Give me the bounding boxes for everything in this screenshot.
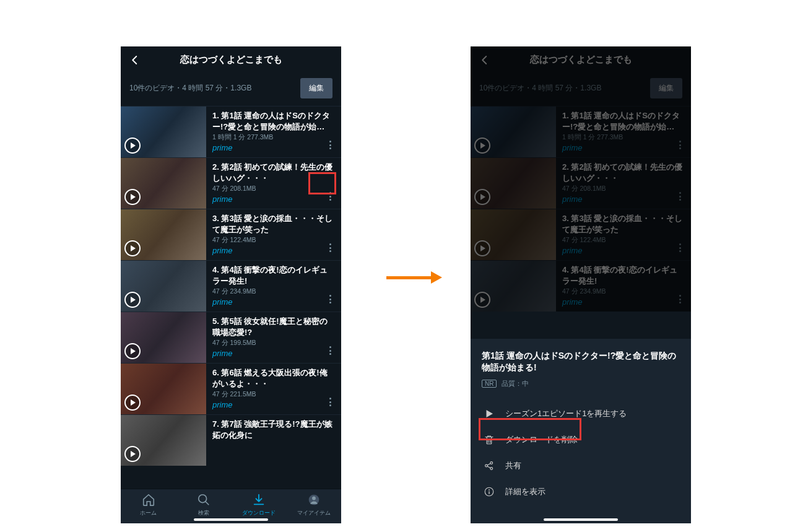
episode-thumbnail[interactable] xyxy=(471,158,556,209)
chevron-left-icon xyxy=(479,55,490,66)
episode-row[interactable]: 3. 第3話 愛と涙の採血・・・そして魔王が笑った47 分 122.4MBpri… xyxy=(471,209,691,260)
sheet-action-details[interactable]: 詳細を表示 xyxy=(482,479,680,505)
edit-button[interactable]: 編集 xyxy=(650,78,682,98)
more-button[interactable] xyxy=(672,189,687,204)
home-indicator[interactable] xyxy=(194,518,268,521)
prime-badge: prime xyxy=(562,297,685,307)
episode-thumbnail[interactable] xyxy=(121,158,206,209)
play-overlay-icon[interactable] xyxy=(474,292,490,308)
svg-point-4 xyxy=(485,464,488,467)
episode-list: 1. 第1話 運命の人はドSのドクター!?愛と命と冒険の物語が始…1 時間 1 … xyxy=(121,106,341,489)
more-vertical-icon xyxy=(329,243,331,252)
page-title: 恋はつづくよどこまでも xyxy=(494,54,667,66)
episode-row[interactable]: 5. 第5話 彼女就任!魔王と秘密の職場恋愛!?47 分 199.5MBprim… xyxy=(121,312,341,363)
nav-myitems[interactable]: マイアイテム xyxy=(286,493,341,517)
svg-point-3 xyxy=(312,497,316,500)
play-overlay-icon[interactable] xyxy=(474,137,490,154)
episode-title: 7. 第7話 強敵王子現る!?魔王が嫉妬の化身に xyxy=(212,419,335,440)
episode-thumbnail[interactable] xyxy=(471,261,556,312)
episode-title: 4. 第4話 衝撃の夜!恋のイレギュラー発生! xyxy=(562,264,685,286)
episode-title: 3. 第3話 愛と涙の採血・・・そして魔王が笑った xyxy=(212,213,335,235)
episode-meta: 47 分 208.1MB xyxy=(212,185,335,193)
episode-meta: 47 分 234.9MB xyxy=(562,287,685,296)
more-button[interactable] xyxy=(323,343,337,358)
more-button[interactable] xyxy=(323,137,337,152)
episode-row[interactable]: 1. 第1話 運命の人はドSのドクター!?愛と命と冒険の物語が始…1 時間 1 … xyxy=(121,106,341,157)
more-vertical-icon xyxy=(329,398,331,406)
trash-icon xyxy=(483,434,495,445)
sheet-action-play[interactable]: シーズン1エピソード1を再生する xyxy=(482,401,680,427)
sheet-action-share[interactable]: 共有 xyxy=(482,453,680,479)
episode-row[interactable]: 2. 第2話 初めての試練！先生の優しいハグ・・・47 分 208.1MBpri… xyxy=(471,157,691,209)
nav-label: マイアイテム xyxy=(297,509,331,517)
episode-thumbnail[interactable] xyxy=(471,107,556,157)
info-icon xyxy=(483,486,495,497)
episode-row[interactable]: 6. 第6話 燃える大阪出張の夜!俺がいるよ・・・47 分 221.5MBpri… xyxy=(121,363,341,414)
more-button[interactable] xyxy=(672,137,687,152)
more-button[interactable] xyxy=(672,292,687,307)
back-button[interactable] xyxy=(479,55,494,66)
header: 恋はつづくよどこまでも xyxy=(121,46,341,73)
episode-thumbnail[interactable] xyxy=(121,209,206,260)
play-overlay-icon[interactable] xyxy=(124,240,141,256)
sheet-title: 第1話 運命の人はドSのドクター!?愛と命と冒険の物語が始まる! xyxy=(482,350,680,374)
episode-row[interactable]: 7. 第7話 強敵王子現る!?魔王が嫉妬の化身に xyxy=(121,414,341,466)
home-indicator[interactable] xyxy=(544,518,618,521)
edit-button[interactable]: 編集 xyxy=(300,78,332,98)
more-vertical-icon xyxy=(679,243,681,252)
prime-badge: prime xyxy=(212,143,335,152)
arrow-icon xyxy=(386,271,442,284)
prime-badge: prime xyxy=(212,246,335,255)
episode-thumbnail[interactable] xyxy=(121,261,206,312)
episode-row[interactable]: 4. 第4話 衝撃の夜!恋のイレギュラー発生!47 分 234.9MBprime xyxy=(121,260,341,312)
episode-thumbnail[interactable] xyxy=(121,312,206,363)
dimmed-background: 恋はつづくよどこまでも 10件のビデオ・4 時間 57 分・1.3GB 編集 1… xyxy=(471,46,691,312)
play-overlay-icon[interactable] xyxy=(124,292,141,308)
episode-title: 4. 第4話 衝撃の夜!恋のイレギュラー発生! xyxy=(212,264,335,286)
more-button[interactable] xyxy=(323,292,337,307)
prime-badge: prime xyxy=(212,349,335,358)
nav-search[interactable]: 検索 xyxy=(176,493,231,517)
episode-meta: 47 分 221.5MB xyxy=(212,390,335,399)
nav-home[interactable]: ホーム xyxy=(121,493,176,517)
bottom-sheet: 第1話 運命の人はドSのドクター!?愛と命と冒険の物語が始まる! NR 品質：中… xyxy=(471,339,691,523)
more-button[interactable] xyxy=(323,395,337,409)
play-overlay-icon[interactable] xyxy=(124,446,141,462)
more-button[interactable] xyxy=(323,189,337,204)
episode-thumbnail[interactable] xyxy=(471,209,556,260)
play-overlay-icon[interactable] xyxy=(124,137,141,154)
prime-badge: prime xyxy=(562,143,685,152)
share-icon xyxy=(483,460,495,471)
more-button[interactable] xyxy=(323,240,337,255)
quality-label: 品質：中 xyxy=(502,379,529,388)
episode-thumbnail[interactable] xyxy=(121,415,206,466)
back-button[interactable] xyxy=(129,55,144,66)
svg-point-10 xyxy=(489,489,490,491)
nav-label: ホーム xyxy=(140,509,157,517)
episode-meta: 1 時間 1 分 277.3MB xyxy=(212,133,335,142)
episode-row[interactable]: 3. 第3話 愛と涙の採血・・・そして魔王が笑った47 分 122.4MBpri… xyxy=(121,209,341,260)
episode-row[interactable]: 2. 第2話 初めての試練！先生の優しいハグ・・・47 分 208.1MBpri… xyxy=(121,157,341,209)
nav-download[interactable]: ダウンロード xyxy=(231,493,286,517)
sheet-action-delete[interactable]: ダウンロードを削除 xyxy=(482,427,680,453)
episode-thumbnail[interactable] xyxy=(121,364,206,414)
episode-row[interactable]: 4. 第4話 衝撃の夜!恋のイレギュラー発生!47 分 234.9MBprime xyxy=(471,260,691,312)
play-overlay-icon[interactable] xyxy=(474,189,490,205)
play-overlay-icon[interactable] xyxy=(124,395,141,411)
episode-meta: 47 分 122.4MB xyxy=(562,236,685,245)
play-overlay-icon[interactable] xyxy=(474,240,490,256)
episode-meta: 47 分 208.1MB xyxy=(562,185,685,193)
prime-badge: prime xyxy=(212,297,335,307)
more-button[interactable] xyxy=(672,240,687,255)
avatar-icon xyxy=(307,493,321,507)
episode-meta: 47 分 122.4MB xyxy=(212,236,335,245)
page-title: 恋はつづくよどこまでも xyxy=(144,54,318,66)
episode-thumbnail[interactable] xyxy=(121,107,206,157)
episode-title: 2. 第2話 初めての試練！先生の優しいハグ・・・ xyxy=(212,162,335,183)
play-overlay-icon[interactable] xyxy=(124,189,141,205)
episode-title: 1. 第1話 運命の人はドSのドクター!?愛と命と冒険の物語が始… xyxy=(212,110,335,132)
episode-title: 5. 第5話 彼女就任!魔王と秘密の職場恋愛!? xyxy=(212,316,335,338)
episode-row[interactable]: 1. 第1話 運命の人はドSのドクター!?愛と命と冒険の物語が始…1 時間 1 … xyxy=(471,106,691,157)
svg-line-7 xyxy=(487,463,490,465)
play-overlay-icon[interactable] xyxy=(124,343,141,359)
